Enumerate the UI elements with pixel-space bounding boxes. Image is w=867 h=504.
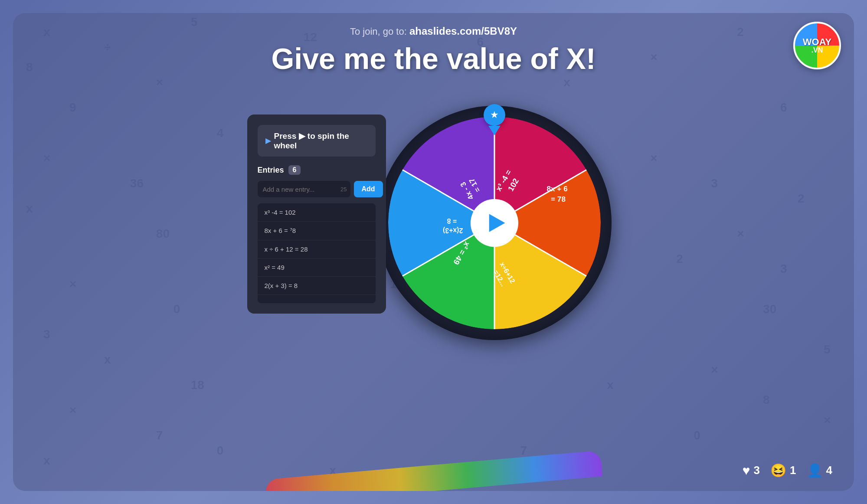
add-entry-input[interactable] [258, 181, 350, 197]
wheel-pointer: ★ [484, 104, 505, 135]
char-count: 25 [340, 186, 347, 193]
laugh-stat: 😆 1 [770, 463, 796, 478]
hearts-stat: ♥ 3 [743, 463, 760, 478]
users-icon: 👤 [807, 463, 823, 478]
users-stat: 👤 4 [807, 463, 832, 478]
entries-list[interactable]: x³ -4 = 102 8x + 6 = ⁷8 x ÷ 6 + 12 = 28 … [258, 203, 376, 303]
logo-text: WOAY .VN [803, 37, 831, 54]
content-area: ▶ Press ▶ to spin the wheel Entries 6 25… [13, 88, 854, 357]
add-entry-row: 25 Add [258, 181, 376, 197]
header: To join, go to: ahaslides.com/5BV8Y Give… [13, 13, 854, 80]
join-text: To join, go to: ahaslides.com/5BV8Y [22, 25, 845, 37]
list-item: . . . [258, 295, 376, 303]
list-item: 2(x + 3) = 8 [258, 277, 376, 295]
pointer-star: ★ [484, 104, 505, 126]
join-prefix: To join, go to: [350, 26, 407, 37]
main-container: To join, go to: ahaslides.com/5BV8Y Give… [13, 13, 854, 491]
wheel-container: ★ [369, 97, 620, 349]
page-title: Give me the value of X! [22, 42, 845, 75]
hearts-count: 3 [754, 464, 760, 477]
wheel-svg: x³ -4 = 102 8x + 6 = 78 x÷6+12 =12... [388, 117, 601, 329]
play-icon: ▶ [265, 137, 271, 145]
users-count: 4 [826, 464, 832, 477]
logo: WOAY .VN [793, 22, 841, 69]
add-entry-wrapper: 25 [258, 181, 350, 197]
laugh-icon: 😆 [770, 463, 786, 478]
entries-count: 6 [288, 165, 301, 175]
entries-panel: ▶ Press ▶ to spin the wheel Entries 6 25… [247, 115, 386, 314]
footer-stats: ♥ 3 😆 1 👤 4 [743, 463, 832, 478]
logo-woay: WOAY [803, 37, 831, 47]
heart-icon: ♥ [743, 463, 750, 478]
join-url: ahaslides.com/5BV8Y [409, 25, 517, 37]
entries-label: Entries [258, 166, 284, 175]
list-item: 8x + 6 = ⁷8 [258, 222, 376, 240]
spin-prompt: ▶ Press ▶ to spin the wheel [258, 125, 376, 157]
pointer-arrow [488, 126, 501, 135]
list-item: x ÷ 6 + 12 = 28 [258, 240, 376, 259]
add-button[interactable]: Add [354, 181, 383, 197]
list-item: x³ -4 = 102 [258, 203, 376, 222]
spin-prompt-text: Press ▶ to spin the wheel [274, 131, 368, 151]
entries-header: Entries 6 [258, 165, 376, 175]
logo-vn: .VN [803, 47, 831, 54]
rainbow-bar [265, 450, 602, 491]
laughs-count: 1 [790, 464, 796, 477]
list-item: x² = 49 [258, 259, 376, 277]
